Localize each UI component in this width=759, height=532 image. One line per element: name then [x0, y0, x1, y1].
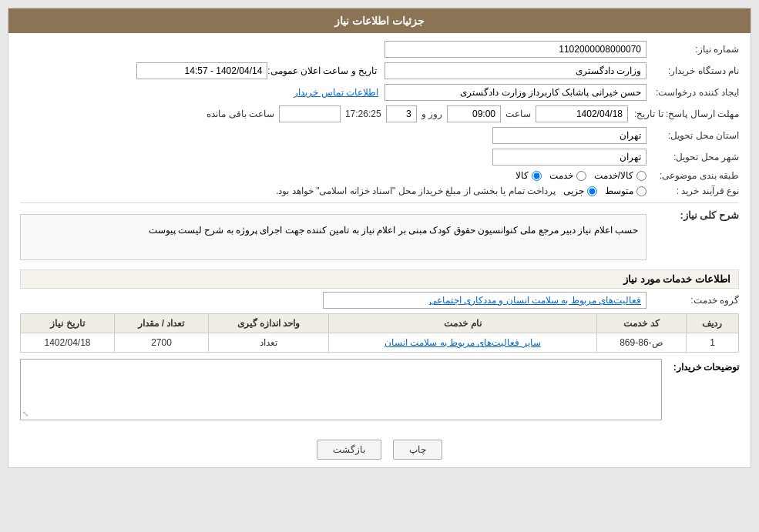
- back-button[interactable]: بازگشت: [317, 440, 381, 460]
- radio-motevaset-input[interactable]: [636, 186, 646, 196]
- radio-khadamat-input[interactable]: [576, 171, 586, 181]
- col-service-code: کد خدمت: [596, 314, 686, 333]
- need-desc-row: شرح کلی نیاز: حسب اعلام نیاز دبیر مرجع م…: [20, 209, 739, 265]
- creator-label: ایجاد کننده درخواست:: [646, 87, 739, 98]
- cell-quantity: 2700: [115, 333, 209, 353]
- col-service-name: نام خدمت: [329, 314, 597, 333]
- city-label: شهر محل تحویل:: [646, 152, 739, 162]
- print-button[interactable]: چاپ: [393, 440, 442, 460]
- cell-date: 1402/04/18: [21, 333, 115, 353]
- purchase-type-label: نوع فرآیند خرید :: [646, 186, 739, 196]
- radio-kala[interactable]: کالا: [516, 170, 542, 181]
- cell-unit: تعداد: [208, 333, 328, 353]
- card-body: شماره نیاز: 1102000008000070 نام دستگاه …: [8, 33, 751, 428]
- card-header: جزئیات اطلاعات نیاز: [8, 8, 751, 33]
- need-desc-value: حسب اعلام نیاز دبیر مرجع ملی کنوانسیون ح…: [20, 214, 646, 260]
- page-wrapper: جزئیات اطلاعات نیاز شماره نیاز: 11020000…: [0, 0, 759, 476]
- announce-date-value: 1402/04/14 - 14:57: [136, 62, 267, 79]
- radio-kala-label: کالا: [516, 170, 529, 181]
- deadline-time: 09:00: [447, 105, 501, 122]
- contact-link[interactable]: اطلاعات تماس خریدار: [294, 87, 378, 98]
- radio-motevaset-label: متوسط: [605, 186, 633, 196]
- category-radio-group: کالا/خدمت خدمت کالا: [516, 170, 646, 181]
- province-row: استان محل تحویل: تهران: [20, 127, 739, 144]
- resize-icon: ⤡: [22, 410, 29, 418]
- buyer-notes-label: توضیحات خریدار:: [662, 359, 739, 373]
- need-desc-label: شرح کلی نیاز:: [646, 209, 739, 221]
- main-card: جزئیات اطلاعات نیاز شماره نیاز: 11020000…: [8, 8, 751, 468]
- city-value: تهران: [492, 149, 646, 166]
- buyer-org-label: نام دستگاه خریدار:: [646, 65, 739, 76]
- purchase-type-radio-group: متوسط جزیی: [563, 186, 646, 196]
- need-number-row: شماره نیاز: 1102000008000070: [20, 41, 739, 58]
- action-buttons: چاپ بازگشت: [8, 440, 751, 467]
- cell-row: 1: [686, 333, 738, 353]
- radio-kala-khadamat[interactable]: کالا/خدمت: [594, 170, 646, 181]
- service-group-value: فعالیت‌های مربوط به سلامت انسان و مددکار…: [323, 292, 646, 309]
- hours-label: ساعت باقی مانده: [207, 109, 274, 119]
- services-section-header: اطلاعات خدمات مورد نیاز: [20, 269, 739, 289]
- page-title: جزئیات اطلاعات نیاز: [334, 15, 425, 27]
- creator-value: حسن خیرانی پاشابک کاربرداز وزارت دادگستر…: [385, 84, 646, 101]
- radio-jozyi[interactable]: جزیی: [563, 186, 597, 196]
- service-group-row: گروه خدمت: فعالیت‌های مربوط به سلامت انس…: [20, 292, 739, 309]
- deadline-row: مهلت ارسال پاسخ: تا تاریخ: 1402/04/18 سا…: [20, 105, 739, 122]
- province-label: استان محل تحویل:: [646, 130, 739, 141]
- days-label: روز و: [421, 109, 442, 119]
- purchase-desc: پرداخت تمام یا بخشی از مبلغ خریداز محل "…: [276, 186, 556, 196]
- need-number-value: 1102000008000070: [385, 41, 646, 58]
- buyer-notes-row: توضیحات خریدار: ⤡: [20, 359, 739, 420]
- time-label: ساعت: [505, 109, 531, 119]
- cell-code: ص-86-869: [596, 333, 686, 353]
- col-row-num: ردیف: [686, 314, 738, 333]
- divider-1: [20, 202, 739, 203]
- col-unit: واحد اندازه گیری: [208, 314, 328, 333]
- province-value: تهران: [492, 127, 646, 144]
- remaining-time-value: 17:26:25: [345, 109, 381, 119]
- services-section-title: اطلاعات خدمات مورد نیاز: [623, 273, 730, 285]
- deadline-date: 1402/04/18: [536, 105, 628, 122]
- radio-khadamat[interactable]: خدمت: [549, 170, 586, 181]
- radio-jozyi-input[interactable]: [587, 186, 597, 196]
- remaining-days: 3: [386, 105, 417, 122]
- remaining-time-box: [279, 105, 341, 122]
- city-row: شهر محل تحویل: تهران: [20, 149, 739, 166]
- radio-motevaset[interactable]: متوسط: [605, 186, 646, 196]
- buyer-notes-box: ⤡: [20, 359, 662, 420]
- buyer-org-row: نام دستگاه خریدار: وزارت دادگستری تاریخ …: [20, 62, 739, 79]
- service-group-label: گروه خدمت:: [646, 295, 739, 306]
- category-row: طبقه بندی موضوعی: کالا/خدمت خدمت کالا: [20, 170, 739, 181]
- radio-kala-khadamat-label: کالا/خدمت: [594, 170, 633, 181]
- announce-date-label: تاریخ و ساعت اعلان عمومی:: [267, 65, 385, 76]
- radio-kala-khadamat-input[interactable]: [636, 171, 646, 181]
- service-table: ردیف کد خدمت نام خدمت واحد اندازه گیری ت…: [20, 313, 739, 353]
- radio-kala-input[interactable]: [532, 171, 542, 181]
- purchase-type-row: نوع فرآیند خرید : متوسط جزیی پرداخت تمام…: [20, 186, 739, 196]
- radio-khadamat-label: خدمت: [549, 170, 573, 181]
- radio-jozyi-label: جزیی: [563, 186, 584, 196]
- col-need-date: تاریخ نیاز: [21, 314, 115, 333]
- buyer-org-value: وزارت دادگستری: [385, 62, 646, 79]
- col-quantity: تعداد / مقدار: [115, 314, 209, 333]
- category-label: طبقه بندی موضوعی:: [646, 170, 739, 181]
- deadline-label: مهلت ارسال پاسخ: تا تاریخ:: [628, 109, 739, 119]
- table-row: 1ص-86-869سایر فعالیت‌های مربوط به سلامت …: [21, 333, 739, 353]
- need-number-label: شماره نیاز:: [646, 44, 739, 55]
- cell-name: سایر فعالیت‌های مربوط به سلامت انسان: [329, 333, 597, 353]
- creator-row: ایجاد کننده درخواست: حسن خیرانی پاشابک ک…: [20, 84, 739, 101]
